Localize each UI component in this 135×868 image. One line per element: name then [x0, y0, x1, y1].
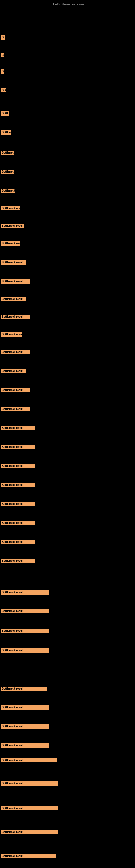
bottleneck-result-label: Bottleneck result — [1, 743, 49, 748]
bottleneck-result-label: Bottleneck result — [1, 758, 57, 763]
bottleneck-result-label: Bottleneck result — [1, 388, 30, 392]
bottleneck-result-label: Bottleneck result — [1, 206, 20, 211]
bottleneck-result-label: Bottleneck result — [1, 53, 4, 57]
bottleneck-result-label: Bottleneck result — [1, 781, 58, 785]
bottleneck-result-label: Bottleneck result — [1, 151, 14, 155]
bottleneck-result-label: Bottleneck result — [1, 369, 27, 373]
bottleneck-result-label: Bottleneck result — [1, 502, 35, 506]
bottleneck-result-label: Bottleneck result — [1, 130, 11, 134]
bottleneck-result-label: Bottleneck result — [1, 111, 9, 116]
bottleneck-result-label: Bottleneck result — [1, 705, 49, 710]
bottleneck-result-label: Bottleneck result — [1, 806, 58, 810]
bottleneck-result-label: Bottleneck result — [1, 464, 35, 468]
bottleneck-result-label: Bottleneck result — [1, 559, 35, 563]
bottleneck-result-label: Bottleneck result — [1, 540, 35, 544]
bottleneck-result-label: Bottleneck result — [1, 224, 24, 228]
site-title: TheBottlenecker.com — [51, 2, 84, 6]
bottleneck-result-label: Bottleneck result — [1, 590, 49, 595]
bottleneck-result-label: Bottleneck result — [1, 648, 49, 653]
bottleneck-result-label: Bottleneck result — [1, 854, 56, 858]
bottleneck-result-label: Bottleneck result — [1, 69, 4, 73]
bottleneck-result-label: Bottleneck result — [1, 35, 5, 40]
bottleneck-result-label: Bottleneck result — [1, 315, 30, 319]
bottleneck-result-label: Bottleneck result — [1, 521, 35, 525]
bottleneck-result-label: Bottleneck result — [1, 260, 27, 265]
bottleneck-result-label: Bottleneck result — [1, 724, 49, 728]
bottleneck-result-label: Bottleneck result — [1, 686, 47, 691]
bottleneck-result-label: Bottleneck result — [1, 332, 21, 337]
bottleneck-result-label: Bottleneck result — [1, 483, 35, 487]
bottleneck-result-label: Bottleneck result — [1, 350, 30, 354]
bottleneck-result-label: Bottleneck result — [1, 609, 49, 613]
bottleneck-result-label: Bottleneck result — [1, 297, 27, 301]
bottleneck-result-label: Bottleneck result — [1, 830, 58, 834]
bottleneck-result-label: Bottleneck result — [1, 169, 14, 174]
bottleneck-result-label: Bottleneck result — [1, 188, 15, 193]
bottleneck-result-label: Bottleneck result — [1, 241, 20, 246]
bottleneck-result-label: Bottleneck result — [1, 407, 30, 411]
bottleneck-result-label: Bottleneck result — [1, 629, 49, 633]
bottleneck-result-label: Bottleneck result — [1, 279, 30, 284]
bottleneck-result-label: Bottleneck result — [1, 426, 35, 430]
bottleneck-result-label: Bottleneck result — [1, 445, 35, 449]
bottleneck-result-label: Bottleneck result — [1, 88, 6, 93]
